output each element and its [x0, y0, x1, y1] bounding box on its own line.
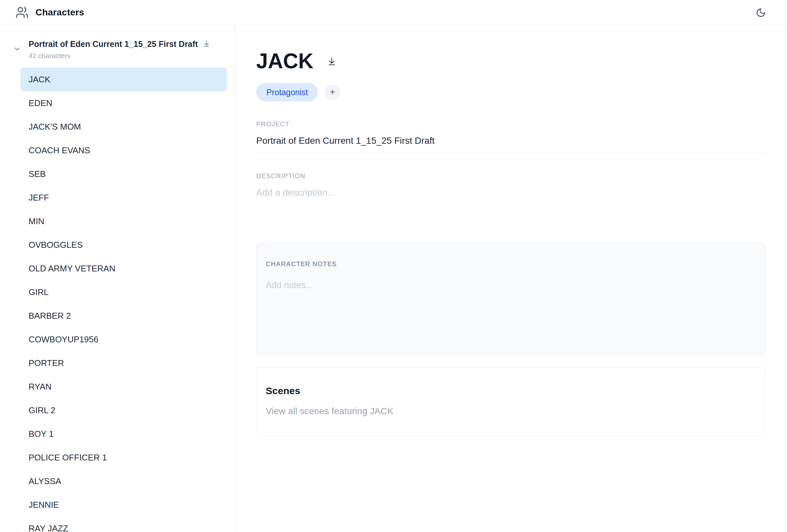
- character-list-item[interactable]: MIN: [20, 209, 227, 233]
- description-field-label: DESCRIPTION: [256, 172, 765, 180]
- description-field: DESCRIPTION Add a description...: [256, 172, 765, 198]
- character-name-label: EDEN: [28, 98, 52, 108]
- content-row: Portrait of Eden Current 1_15_25 First D…: [0, 25, 787, 532]
- sidebar: Portrait of Eden Current 1_15_25 First D…: [0, 25, 235, 532]
- character-name-heading: JACK: [256, 50, 313, 72]
- project-meta: Portrait of Eden Current 1_15_25 First D…: [28, 39, 210, 60]
- download-icon: [203, 40, 210, 47]
- moon-icon: [756, 7, 766, 18]
- character-list-item[interactable]: ALYSSA: [20, 469, 227, 493]
- character-name-label: ALYSSA: [28, 476, 61, 486]
- app-header: Characters: [0, 0, 787, 25]
- character-list-item[interactable]: GIRL 2: [20, 398, 227, 422]
- character-list-item[interactable]: EDEN: [20, 91, 227, 115]
- character-name-label: MIN: [28, 216, 44, 226]
- character-list-item[interactable]: OLD ARMY VETERAN: [20, 257, 227, 280]
- project-field-value[interactable]: Portrait of Eden Current 1_15_25 First D…: [256, 136, 765, 153]
- character-name-label: JEFF: [28, 193, 49, 203]
- character-name-label: JENNIE: [28, 500, 59, 510]
- character-name-label: OVBOGGLES: [28, 240, 83, 250]
- character-list-item[interactable]: JENNIE: [20, 493, 227, 516]
- scenes-title: Scenes: [266, 385, 756, 396]
- character-list-item[interactable]: GIRL: [20, 280, 227, 304]
- character-name-label: OLD ARMY VETERAN: [28, 264, 115, 274]
- character-name-label: RAY JAZZ: [28, 524, 68, 532]
- character-list-item[interactable]: COACH EVANS: [20, 138, 227, 162]
- project-field-label: PROJECT: [256, 120, 765, 128]
- header-left: Characters: [16, 6, 84, 19]
- role-tag[interactable]: Protagonist: [256, 83, 318, 102]
- character-list-item[interactable]: BOY 1: [20, 422, 227, 446]
- character-detail: JACK Protagonist + PROJECT Portrait of E…: [235, 25, 787, 532]
- character-list-item[interactable]: OVBOGGLES: [20, 233, 227, 257]
- project-title-row: Portrait of Eden Current 1_15_25 First D…: [28, 39, 210, 49]
- character-list-item[interactable]: RYAN: [20, 375, 227, 398]
- character-name-label: JACK'S MOM: [28, 122, 81, 132]
- project-header: Portrait of Eden Current 1_15_25 First D…: [0, 39, 235, 60]
- character-count: 42 characters: [28, 52, 210, 60]
- download-icon: [327, 57, 336, 66]
- project-field: PROJECT Portrait of Eden Current 1_15_25…: [256, 120, 765, 153]
- notes-label: CHARACTER NOTES: [266, 260, 756, 268]
- dark-mode-toggle[interactable]: [756, 7, 766, 18]
- character-list-item[interactable]: PORTER: [20, 351, 227, 375]
- character-list: JACK EDEN JACK'S MOM COACH EVANS SEB JEF…: [0, 68, 235, 532]
- character-name-label: RYAN: [28, 382, 51, 392]
- scenes-subtitle: View all scenes featuring JACK: [266, 406, 756, 417]
- character-list-item[interactable]: POLICE OFFICER 1: [20, 446, 227, 469]
- add-tag-button[interactable]: +: [324, 84, 340, 100]
- character-notes-card: CHARACTER NOTES Add notes...: [256, 243, 765, 355]
- character-name-label: POLICE OFFICER 1: [28, 452, 107, 463]
- character-download-button[interactable]: [327, 57, 336, 66]
- character-title-row: JACK: [256, 50, 765, 72]
- character-list-item[interactable]: JEFF: [20, 186, 227, 209]
- character-list-item[interactable]: COWBOYUP1956: [20, 328, 227, 351]
- project-collapse-button[interactable]: [13, 45, 21, 53]
- character-list-item[interactable]: JACK'S MOM: [20, 115, 227, 138]
- app-root: Characters: [0, 0, 787, 532]
- character-name-label: SEB: [28, 169, 46, 179]
- character-name-label: BARBER 2: [28, 311, 71, 321]
- project-download-button[interactable]: [203, 40, 210, 47]
- chevron-down-icon: [13, 45, 21, 53]
- notes-input[interactable]: Add notes...: [266, 280, 756, 290]
- character-name-label: GIRL: [28, 287, 49, 297]
- character-name-label: COWBOYUP1956: [28, 334, 98, 345]
- scenes-card[interactable]: Scenes View all scenes featuring JACK: [256, 367, 765, 437]
- tag-row: Protagonist +: [256, 83, 765, 102]
- character-name-label: BOY 1: [28, 429, 54, 439]
- page-title: Characters: [36, 7, 84, 18]
- character-list-item[interactable]: JACK: [20, 68, 227, 91]
- description-input[interactable]: Add a description...: [256, 187, 765, 198]
- character-list-item[interactable]: RAY JAZZ: [20, 516, 227, 532]
- character-name-label: GIRL 2: [28, 405, 55, 416]
- character-list-item[interactable]: SEB: [20, 162, 227, 186]
- character-name-label: PORTER: [28, 358, 64, 368]
- character-name-label: JACK: [28, 74, 50, 85]
- users-icon: [16, 6, 28, 19]
- character-name-label: COACH EVANS: [28, 146, 90, 156]
- character-list-item[interactable]: BARBER 2: [20, 304, 227, 328]
- project-title[interactable]: Portrait of Eden Current 1_15_25 First D…: [28, 39, 198, 49]
